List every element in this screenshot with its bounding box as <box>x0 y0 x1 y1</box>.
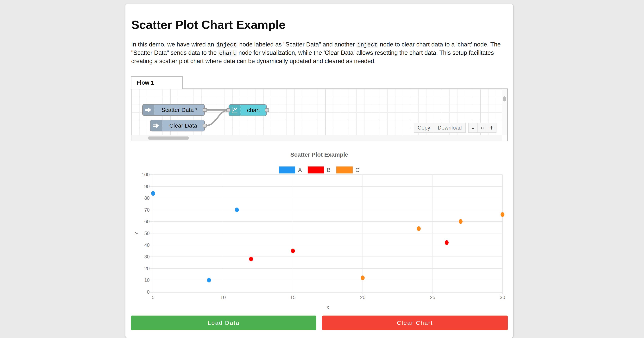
y-tick-label: 80 <box>144 195 150 201</box>
horizontal-scrollbar-thumb[interactable] <box>148 137 189 140</box>
y-gridline <box>150 280 502 280</box>
flow-canvas[interactable]: Scatter Data ¹ Clear Data <box>131 88 508 141</box>
y-gridline <box>150 233 502 233</box>
y-tick-label: 60 <box>144 219 150 224</box>
y-tick-label: 20 <box>144 266 150 271</box>
legend-swatch <box>279 167 295 173</box>
x-tick-label: 20 <box>360 295 366 300</box>
tab-flow-1[interactable]: Flow 1 <box>131 76 183 89</box>
y-gridline <box>150 257 502 257</box>
flow-toolbar: Copy Download <box>414 123 466 133</box>
flow-tab-label: Flow 1 <box>136 80 154 86</box>
y-gridline <box>150 268 502 269</box>
y-tick-label: 100 <box>142 172 150 177</box>
y-gridline <box>150 245 502 245</box>
content-card: Scatter Plot Chart Example In this demo,… <box>125 4 514 338</box>
x-gridline <box>223 174 223 294</box>
download-button[interactable]: Download <box>434 123 466 133</box>
data-point <box>445 240 448 245</box>
data-point <box>417 226 421 231</box>
node-chart[interactable]: chart <box>228 104 267 116</box>
y-gridline <box>150 198 502 198</box>
y-gridline <box>150 292 502 293</box>
x-gridline <box>293 174 293 294</box>
chart-title: Scatter Plot Example <box>131 151 508 158</box>
y-tick-label: 0 <box>147 289 150 295</box>
wire-clear-to-chart <box>206 110 229 126</box>
node-scatter[interactable]: Scatter Data ¹ <box>142 104 205 116</box>
legend-item[interactable]: B <box>308 167 330 173</box>
data-point <box>207 278 211 282</box>
legend-swatch <box>336 167 353 173</box>
inject-arrow-icon <box>150 120 162 131</box>
x-tick-label: 30 <box>500 295 505 300</box>
text-segment: In this demo, we have wired an <box>131 41 216 48</box>
zoom-out-button[interactable]: - <box>468 123 478 133</box>
y-gridline <box>150 174 502 175</box>
copy-button[interactable]: Copy <box>414 123 434 133</box>
legend-label: C <box>355 167 360 173</box>
text-segment: node labeled as "Scatter Data" and anoth… <box>238 41 356 48</box>
input-port[interactable] <box>226 108 230 112</box>
inline-code: inject <box>216 42 238 48</box>
chart-legend: ABC <box>131 167 508 173</box>
legend-item[interactable]: C <box>336 167 360 173</box>
inject-arrow-icon <box>143 105 154 115</box>
flow-editor: Flow 1 Scatter Data ¹ <box>131 76 508 141</box>
data-point <box>235 207 239 212</box>
y-tick-label: 40 <box>144 242 150 248</box>
inline-code: chart <box>218 50 237 56</box>
node-label: chart <box>240 107 266 113</box>
node-label: Scatter Data ¹ <box>154 107 204 113</box>
data-point <box>500 212 504 217</box>
scatter-chart: Scatter Plot Example ABC y x 01020304050… <box>131 150 508 318</box>
y-tick-label: 70 <box>144 207 150 212</box>
vertical-scrollbar-thumb[interactable] <box>503 96 506 101</box>
node-label: Clear Data <box>162 122 204 129</box>
page-title: Scatter Plot Chart Example <box>131 18 286 31</box>
y-tick-label: 50 <box>144 231 150 236</box>
x-gridline <box>432 174 433 294</box>
data-point <box>459 219 462 224</box>
data-point <box>361 276 365 280</box>
inline-code: inject <box>356 42 378 48</box>
zoom-in-button[interactable]: + <box>487 123 496 133</box>
legend-label: A <box>298 167 302 173</box>
data-point <box>291 249 295 253</box>
y-tick-label: 90 <box>144 183 150 189</box>
plot-area: y x 010203040506070809010051015202530 <box>153 174 502 292</box>
y-tick-label: 10 <box>144 277 150 283</box>
output-port[interactable] <box>203 108 207 112</box>
horizontal-scrollbar[interactable] <box>132 135 502 141</box>
legend-item[interactable]: A <box>279 167 302 173</box>
action-buttons: Load Data Clear Chart <box>131 316 508 330</box>
load-data-button[interactable]: Load Data <box>131 316 316 330</box>
vertical-scrollbar[interactable] <box>502 89 507 135</box>
legend-swatch <box>308 167 324 173</box>
zoom-controls: - ○ + <box>468 123 496 133</box>
clear-chart-button[interactable]: Clear Chart <box>322 316 508 330</box>
y-axis-label: y <box>133 232 138 235</box>
x-gridline <box>502 174 503 294</box>
data-point <box>249 257 253 261</box>
x-tick-label: 25 <box>430 295 436 300</box>
output-port[interactable] <box>203 124 207 128</box>
y-tick-label: 30 <box>144 254 150 260</box>
x-tick-label: 10 <box>220 295 226 300</box>
node-clear[interactable]: Clear Data <box>150 120 205 132</box>
y-gridline <box>150 186 502 187</box>
data-point <box>151 191 155 196</box>
output-port[interactable] <box>265 108 269 112</box>
y-gridline <box>150 221 502 222</box>
y-gridline <box>150 210 502 210</box>
zoom-reset-button[interactable]: ○ <box>478 123 487 133</box>
x-tick-label: 15 <box>290 295 296 300</box>
x-axis-label: x <box>327 304 329 310</box>
description: In this demo, we have wired an inject no… <box>131 41 507 65</box>
legend-label: B <box>327 167 330 173</box>
line-chart-icon <box>229 105 240 116</box>
x-tick-label: 5 <box>152 295 154 300</box>
